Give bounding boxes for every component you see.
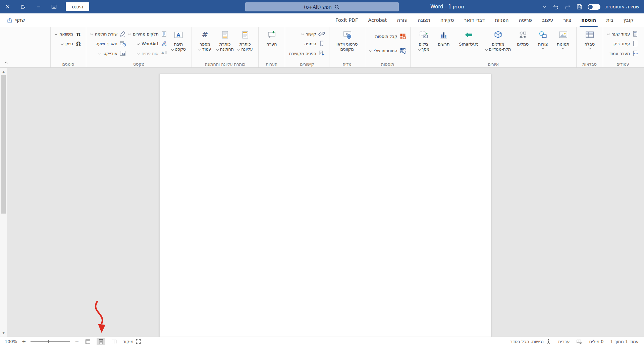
header-button[interactable]: כותרת עליונה xyxy=(235,28,255,52)
zoom-level[interactable]: 100% xyxy=(5,339,17,344)
print-layout-button[interactable] xyxy=(97,338,105,345)
ribbon-group-addins: קבל תוספות התוספות שלי תוספות xyxy=(365,27,410,67)
word-count[interactable]: 0 מילים xyxy=(589,339,603,344)
pictures-label: תמונות xyxy=(557,42,569,47)
screenshot-label-line2: מסך xyxy=(422,47,429,52)
signature-line-button[interactable]: שורת חתימה xyxy=(89,29,127,39)
group-label-illustrations: איורים xyxy=(411,62,576,67)
symbol-button[interactable]: Ω סימן xyxy=(54,39,83,48)
customize-qat-button[interactable] xyxy=(542,4,547,9)
footer-button[interactable]: כותרת תחתונה xyxy=(215,28,235,52)
cross-reference-button[interactable]: הפניה מקושרת xyxy=(288,49,326,58)
online-videos-button[interactable]: סרטוני וידאו מקוונים xyxy=(332,28,362,52)
3d-models-button[interactable]: מודלים תלת-ממדיים xyxy=(483,28,513,52)
wordart-button[interactable]: A WordArt xyxy=(127,39,168,48)
date-time-button[interactable]: תאריך ושעה xyxy=(89,39,127,48)
scroll-up-arrow-icon[interactable]: ▲ xyxy=(0,69,7,74)
tab-view[interactable]: תצוגה xyxy=(413,13,435,27)
chevron-down-icon xyxy=(542,47,544,49)
tab-foxit-pdf[interactable]: Foxit PDF xyxy=(330,13,363,27)
read-mode-button[interactable] xyxy=(110,338,118,345)
my-addins-button[interactable]: התוספות שלי xyxy=(368,46,407,55)
tab-layout[interactable]: פריסה xyxy=(514,13,537,27)
web-layout-button[interactable] xyxy=(84,338,92,345)
equation-button[interactable]: π משוואה xyxy=(54,29,83,39)
quick-access-toolbar: שמירה אוטומטית xyxy=(540,0,644,13)
focus-button[interactable]: מיקוד xyxy=(123,339,141,344)
zoom-out-button[interactable]: − xyxy=(74,339,79,345)
tab-design[interactable]: עיצוב xyxy=(537,13,558,27)
comment-label: הערה xyxy=(266,42,277,47)
text-box-button[interactable]: A תיבת טקסט xyxy=(168,28,189,52)
drop-cap-button[interactable]: A אות פתיח xyxy=(127,49,168,58)
header-label-line1: כותרת xyxy=(239,42,251,47)
chevron-down-icon xyxy=(128,33,131,35)
zoom-in-button[interactable]: + xyxy=(21,339,26,345)
restore-button[interactable] xyxy=(15,0,31,13)
object-button[interactable]: אובייקט xyxy=(89,49,127,58)
blank-page-button[interactable]: עמוד ריק xyxy=(606,39,640,48)
redo-button[interactable] xyxy=(564,3,571,10)
print-layout-icon xyxy=(98,339,104,345)
screenshot-button[interactable]: צילום מסך xyxy=(414,28,434,52)
proofing-button[interactable] xyxy=(576,339,582,345)
ribbon-display-options-button[interactable] xyxy=(46,0,62,13)
drop-cap-icon: A xyxy=(161,50,167,57)
link-button[interactable]: קישור xyxy=(288,29,326,39)
save-button[interactable] xyxy=(576,3,583,10)
cover-page-button[interactable]: עמוד שער xyxy=(606,29,640,39)
quick-parts-label: חלקים מהירים xyxy=(133,32,159,37)
tab-insert[interactable]: הוספה xyxy=(576,13,601,27)
chart-label: תרשים xyxy=(438,42,449,47)
collapse-ribbon-chevron-icon[interactable] xyxy=(4,61,8,65)
chevron-down-icon xyxy=(418,48,421,51)
smartart-label: SmartArt xyxy=(459,42,478,47)
pictures-button[interactable]: תמונות xyxy=(553,28,573,49)
get-addins-button[interactable]: קבל תוספות xyxy=(368,32,407,41)
ribbon-group-illustrations: תמונות צורות סמלים מודלים תלת-ממדיים xyxy=(410,27,576,67)
comment-button[interactable]: הערה xyxy=(262,28,282,47)
document-page[interactable] xyxy=(159,74,491,337)
minimize-button[interactable] xyxy=(31,0,46,13)
autosave-label: שמירה אוטומטית xyxy=(605,4,639,9)
cover-page-icon xyxy=(632,31,639,37)
chevron-down-icon xyxy=(542,4,547,9)
tab-draw[interactable]: ציור xyxy=(558,13,576,27)
chart-button[interactable]: תרשים xyxy=(434,28,454,47)
page-break-button[interactable]: מעבר עמוד xyxy=(606,49,640,58)
undo-button[interactable] xyxy=(552,3,559,10)
page-number-button[interactable]: # מספר עמוד xyxy=(195,28,215,52)
share-button[interactable]: שתף xyxy=(0,13,32,27)
scroll-down-arrow-icon[interactable]: ▼ xyxy=(0,330,7,336)
scrollbar-thumb[interactable] xyxy=(1,75,6,214)
language-indicator[interactable]: עברית xyxy=(558,339,570,344)
tab-home[interactable]: בית xyxy=(601,13,618,27)
autosave-toggle[interactable] xyxy=(588,4,600,10)
page-indicator[interactable]: עמוד 1 מתוך 1 xyxy=(610,339,639,344)
share-icon xyxy=(7,17,13,23)
sign-in-button[interactable]: היכנס xyxy=(66,2,89,11)
tab-file[interactable]: קובץ xyxy=(619,13,639,27)
tab-acrobat[interactable]: Acrobat xyxy=(363,13,392,27)
tab-references[interactable]: הפניות xyxy=(490,13,514,27)
smartart-button[interactable]: SmartArt xyxy=(454,28,483,47)
zoom-slider-thumb[interactable] xyxy=(48,340,49,343)
shapes-button[interactable]: צורות xyxy=(533,28,553,49)
equation-label: משוואה xyxy=(59,32,73,37)
tab-mailings[interactable]: דברי דואר xyxy=(459,13,490,27)
zoom-slider[interactable] xyxy=(31,339,70,344)
vertical-scrollbar[interactable]: ▲ ▼ xyxy=(0,68,7,337)
bookmark-icon xyxy=(318,40,325,47)
table-button[interactable]: טבלה xyxy=(580,28,600,49)
drop-cap-label: אות פתיח xyxy=(142,51,159,56)
accessibility-status[interactable]: נגישות: הכל בסדר xyxy=(510,339,551,344)
search-box[interactable]: חפש (Alt+ס) xyxy=(245,2,399,11)
group-label-pages: עמודים xyxy=(603,62,643,67)
close-button[interactable] xyxy=(0,0,15,13)
icons-button[interactable]: סמלים xyxy=(513,28,533,47)
tab-review[interactable]: סקירה xyxy=(435,13,459,27)
quick-parts-button[interactable]: חלקים מהירים xyxy=(127,29,168,39)
proofing-icon xyxy=(576,339,582,345)
tab-help[interactable]: עזרה xyxy=(392,13,413,27)
bookmark-button[interactable]: סימניה xyxy=(288,39,326,48)
